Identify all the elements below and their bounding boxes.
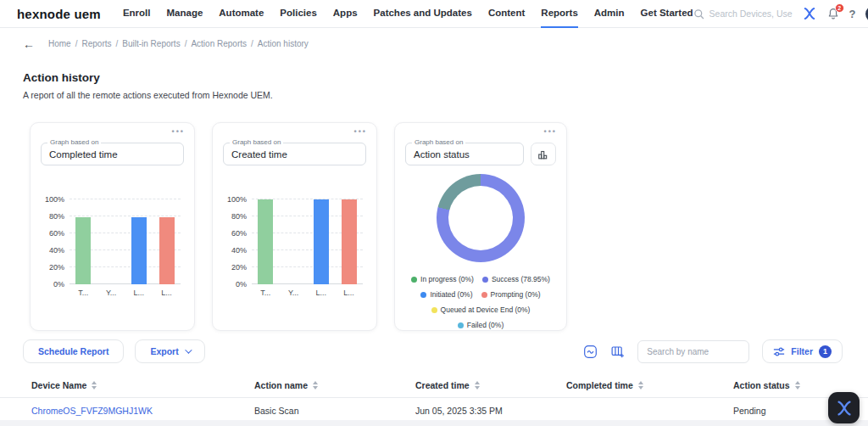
nav-item-admin[interactable]: Admin <box>594 0 625 28</box>
hexnode-mark-icon[interactable] <box>802 6 817 21</box>
y-axis-tick-label: 20% <box>49 263 64 272</box>
legend-item: Success (78.95%) <box>482 275 550 283</box>
breadcrumb-action-reports[interactable]: Action Reports <box>191 39 247 48</box>
x-axis-label: L... <box>153 289 181 297</box>
select-floating-label: Graph based on <box>412 138 465 146</box>
action-name-cell: Basic Scan <box>254 406 415 416</box>
breadcrumb-separator: / <box>185 39 187 48</box>
customize-columns-icon[interactable] <box>610 345 625 359</box>
column-header-action-status[interactable]: Action status <box>733 380 851 390</box>
table-toolbar: Schedule Report Export <box>23 339 843 363</box>
notification-count-badge: 2 <box>835 3 844 13</box>
chevron-down-icon <box>185 346 192 353</box>
y-axis-tick-label: 100% <box>227 195 247 204</box>
sort-icon <box>313 381 318 390</box>
sort-icon <box>638 381 643 390</box>
breadcrumb-action-history[interactable]: Action history <box>258 39 309 48</box>
schedule-report-button[interactable]: Schedule Report <box>23 339 124 363</box>
more-dots-icon[interactable]: ••• <box>354 127 367 136</box>
bar-L... <box>342 199 357 284</box>
help-icon[interactable]: ? <box>849 8 856 20</box>
sort-icon <box>795 381 800 390</box>
breadcrumb-built-in-reports[interactable]: Built-in Reports <box>122 39 180 48</box>
filter-button[interactable]: Filter 1 <box>762 339 843 363</box>
legend-dot-icon <box>481 292 487 298</box>
device-name-link[interactable]: ChromeOS_FVFZ9MGHJ1WK <box>31 406 254 416</box>
bar-L... <box>314 199 329 284</box>
export-button[interactable]: Export <box>135 339 204 363</box>
legend-item: Initiated (0%) <box>420 290 472 299</box>
user-avatar[interactable] <box>865 6 868 22</box>
nav-item-content[interactable]: Content <box>488 0 525 28</box>
back-arrow-icon[interactable]: ← <box>23 37 35 51</box>
nav-item-reports[interactable]: Reports <box>541 0 577 28</box>
created-time-bar-chart: 0%20%40%60%80%100% T...Y...L...L... <box>223 199 366 297</box>
page-header: Action history A report of all the remot… <box>0 59 868 100</box>
nav-item-enroll[interactable]: Enroll <box>123 0 151 28</box>
graph-based-on-select[interactable]: Graph based on Created time <box>223 143 366 165</box>
column-header-completed-time[interactable]: Completed time <box>566 380 733 390</box>
hexnode-support-widget[interactable] <box>828 392 860 423</box>
completed-time-chart-card: ••• Graph based on Completed time 0%20%4… <box>30 122 195 331</box>
export-button-label: Export <box>150 346 178 356</box>
nav-item-manage[interactable]: Manage <box>166 0 203 28</box>
bar-chart-x-labels: T...Y...L...L... <box>252 289 363 297</box>
page-title: Action history <box>23 71 851 84</box>
nav-item-get-started[interactable]: Get Started <box>641 0 693 28</box>
search-by-name-input[interactable] <box>637 340 749 363</box>
breadcrumb-separator: / <box>115 39 118 48</box>
select-floating-label: Graph based on <box>230 138 283 146</box>
created-time-cell: Jun 05, 2025 3:35 PM <box>415 406 566 416</box>
legend-dot-icon <box>411 277 417 283</box>
column-header-action-name[interactable]: Action name <box>254 380 415 390</box>
legend-label: Prompting (0%) <box>491 290 541 299</box>
breadcrumb-reports[interactable]: Reports <box>81 39 111 48</box>
y-axis-tick-label: 80% <box>231 212 247 221</box>
y-axis-tick-label: 80% <box>49 212 64 221</box>
breadcrumb-home[interactable]: Home <box>48 39 71 48</box>
legend-label: Success (78.95%) <box>492 275 550 283</box>
legend-label: Failed (0%) <box>467 321 504 329</box>
x-axis-label: Y... <box>280 289 308 297</box>
more-dots-icon[interactable]: ••• <box>172 127 185 136</box>
legend-dot-icon <box>420 292 426 298</box>
x-axis-label: T... <box>70 289 97 297</box>
nav-item-automate[interactable]: Automate <box>219 0 264 28</box>
y-axis-tick-label: 60% <box>231 229 247 238</box>
y-axis-tick-label: 40% <box>231 246 247 255</box>
x-axis-label: Y... <box>97 289 125 297</box>
nav-item-patches-and-updates[interactable]: Patches and Updates <box>374 0 472 28</box>
legend-label: Initiated (0%) <box>430 290 472 299</box>
graph-based-on-select[interactable]: Graph based on Action status <box>405 143 524 165</box>
x-axis-label: L... <box>308 289 336 297</box>
table-header-row: Device Name Action name Created time Com… <box>0 373 868 398</box>
bar-chart-toggle-button[interactable] <box>531 143 556 165</box>
legend-item: Prompting (0%) <box>481 290 541 299</box>
graph-based-on-select[interactable]: Graph based on Completed time <box>41 143 184 165</box>
hexnode-uem-logo[interactable]: hexnode uem <box>17 7 101 21</box>
action-history-table: Device Name Action name Created time Com… <box>0 373 868 424</box>
report-graph-icon[interactable] <box>583 345 598 359</box>
breadcrumb-bar: ← Home/ Reports/ Built-in Reports/ Actio… <box>0 28 868 59</box>
y-axis-tick-label: 60% <box>49 229 64 238</box>
bar-chart-x-labels: T...Y...L...L... <box>70 289 181 297</box>
column-header-created-time[interactable]: Created time <box>415 380 566 390</box>
legend-label: In progress (0%) <box>420 275 474 283</box>
breadcrumb-separator: / <box>75 39 78 48</box>
column-header-label: Device Name <box>31 380 86 390</box>
select-value: Completed time <box>49 149 118 160</box>
nav-item-apps[interactable]: Apps <box>333 0 358 28</box>
sort-icon <box>92 381 97 390</box>
y-axis-tick-label: 100% <box>45 195 64 204</box>
main-nav: Enroll Manage Automate Policies Apps Pat… <box>123 0 693 28</box>
action-status-donut-chart <box>437 174 525 262</box>
notifications-bell-icon[interactable]: 2 <box>826 7 840 20</box>
nav-item-policies[interactable]: Policies <box>280 0 316 28</box>
sort-icon <box>475 381 480 390</box>
x-axis-label: L... <box>335 289 363 297</box>
column-header-device-name[interactable]: Device Name <box>31 380 254 390</box>
select-value: Created time <box>231 149 287 160</box>
global-search[interactable]: Search Devices, Use <box>693 8 793 20</box>
legend-dot-icon <box>431 307 437 313</box>
more-dots-icon[interactable]: ••• <box>544 127 557 136</box>
